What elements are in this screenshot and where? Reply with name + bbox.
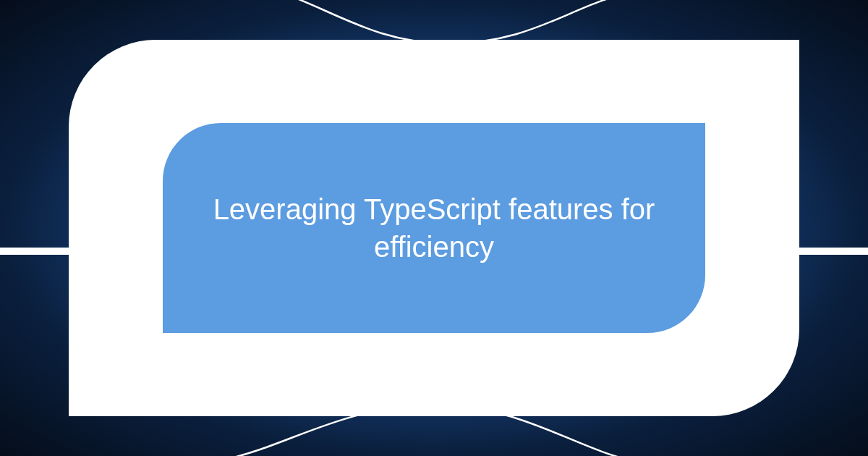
card-title: Leveraging TypeScript features for effic… bbox=[206, 190, 662, 266]
title-panel: Leveraging TypeScript features for effic… bbox=[163, 123, 705, 333]
